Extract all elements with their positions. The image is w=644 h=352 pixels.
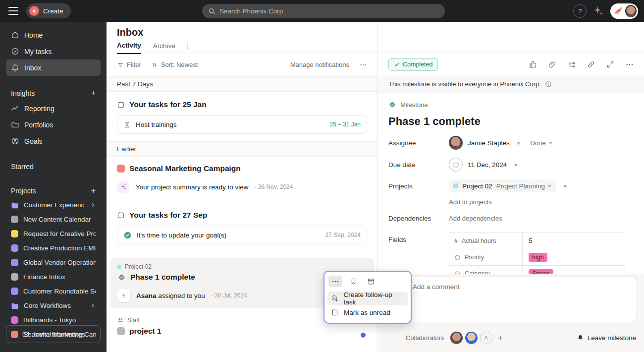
comment-placeholder: Add a comment [413,283,460,291]
archive-button[interactable] [364,276,378,287]
task-row-host-trainings[interactable]: Host trainings 25 – 31 Jan [117,115,367,134]
sidebar-item-my-tasks[interactable]: My tasks [6,43,101,59]
sidebar-item-portfolios[interactable]: Portfolios [6,117,101,133]
tab-activity[interactable]: Activity [117,42,141,54]
team-icon [117,317,124,324]
remove-due-date-icon[interactable]: × [514,161,518,169]
expand-icon[interactable] [606,60,615,69]
leave-milestone-button[interactable]: Leave milestone [577,334,636,342]
add-project-button[interactable]: + [91,186,96,195]
sidebar-item-reporting[interactable]: Reporting [6,100,101,117]
account-menu[interactable] [610,3,638,19]
home-icon [11,31,19,39]
ellipsis-icon [331,278,339,286]
attachment-icon[interactable] [548,60,557,69]
sidebar-project[interactable]: Request for Creative Pro... [6,227,101,241]
add-collaborator-button[interactable]: + [498,334,502,343]
project-folder-icon [11,201,19,209]
bookmark-button[interactable] [346,276,360,287]
follow-up-task-icon [331,294,338,302]
notification-tasks-27sep[interactable]: Your tasks for 27 Sep It's time to updat… [107,202,377,252]
create-button[interactable]: + Create [26,3,71,18]
add-to-projects-link[interactable]: Add to projects [449,198,492,206]
more-options-icon[interactable] [625,60,634,69]
add-collaborator-placeholder[interactable] [480,332,492,344]
task-row-update-goals[interactable]: It's time to update your goal(s) 27 Sep,… [117,226,367,244]
sort-button[interactable]: Sort: Newest [151,61,198,68]
ai-sparkle-icon[interactable] [593,5,604,16]
popup-more-button[interactable] [328,276,342,287]
feed-more-button[interactable] [359,61,367,69]
collaborator-avatar[interactable] [450,332,463,344]
notification-date: · 26 Nov, 2024 [255,183,293,190]
like-icon[interactable] [529,60,537,69]
help-button[interactable]: ? [573,4,587,18]
sidebar-item-home[interactable]: Home [6,27,101,43]
notification-tasks-25jan[interactable]: Your tasks for 25 Jan Host trainings 25 … [107,92,377,141]
remove-assignee-icon[interactable]: × [517,139,521,147]
due-date-calendar-icon[interactable] [449,158,463,172]
project-section-dropdown[interactable]: Project Planning [496,182,552,190]
filter-button[interactable]: Filter [117,61,141,68]
due-date-value[interactable]: 11 Dec, 2024 [468,161,507,169]
project-name: Project 02 [125,263,152,270]
info-icon[interactable] [545,81,552,88]
section-header-past-7-days: Past 7 Days [107,76,377,92]
add-dependencies-link[interactable]: Add dependencies [449,215,502,222]
assignee-label: Assignee [388,139,449,147]
sidebar-project[interactable]: Creative Production EMEA [6,241,101,255]
manage-notifications-button[interactable]: Manage notifications [290,61,349,68]
task-title[interactable]: Phase 1 complete [388,115,634,128]
project-color-icon [117,165,125,173]
priority-badge[interactable]: high [529,253,547,262]
field-value[interactable]: 5 [529,237,533,244]
field-row-priority[interactable]: Priority high [449,249,625,265]
project-color-icon [11,259,18,266]
sidebar-item-goals[interactable]: Goals [6,133,101,149]
sidebar-project[interactable]: Core Workflows [6,298,101,313]
check-icon [394,61,400,67]
sidebar-project[interactable]: Global Vendor Operations [6,255,101,270]
team-name: Staff [127,317,139,324]
project-color-icon [453,183,458,188]
link-icon[interactable] [587,60,595,69]
project-color-icon [11,316,18,324]
plus-icon: + [29,6,39,16]
notification-date: · 30 Jul, 2024 [211,292,247,299]
sidebar-section-projects: Projects + [6,184,101,198]
collaborator-avatar[interactable] [465,332,478,344]
collaborators-label: Collaborators [406,334,444,342]
sidebar-project[interactable]: Customer Experienc... [6,198,101,212]
chevron-right-icon [90,303,96,308]
add-insight-button[interactable]: + [91,89,96,98]
menu-item-mark-as-unread[interactable]: Mark as unread [327,305,408,319]
sidebar-section-starred[interactable]: Starred [6,160,101,174]
remove-project-icon[interactable]: × [563,182,567,190]
completed-button[interactable]: Completed [388,58,438,71]
project-pill[interactable]: Project 02 Project Planning [449,179,556,192]
automation-bolt-icon [117,289,130,302]
sidebar-project[interactable]: New Content Calendar [6,212,101,227]
bell-icon [11,63,19,72]
sidebar-item-inbox[interactable]: Inbox [6,59,101,76]
assignee-name[interactable]: Jamie Staples [468,139,510,147]
status-dropdown[interactable]: Done [530,139,553,147]
field-row-actual-hours[interactable]: # Actual hours 5 [449,233,625,249]
project-name: Project 02 [462,182,492,190]
hamburger-menu-icon[interactable] [8,7,18,15]
search-input[interactable]: Search Phoenix Corp [202,4,445,18]
notification-campaign[interactable]: Seasonal Marketing Campaign Your project… [107,157,377,202]
assignee-avatar[interactable] [449,136,463,150]
menu-item-create-follow-up-task[interactable]: Create follow-up task [327,292,408,305]
sidebar-project[interactable]: Finance Inbox [6,270,101,284]
bookmark-icon [350,278,357,285]
subtask-icon[interactable] [567,60,576,69]
sidebar-project[interactable]: Customer Roundtable Se... [6,284,101,298]
comment-input[interactable]: Add a comment [405,277,637,322]
invite-teammates-button[interactable]: Invite teammates [6,325,101,343]
task-date: 27 Sep, 2024 [325,232,361,238]
task-detail-panel: Completed This milestone is visible to e… [377,22,644,352]
phoenix-logo-icon [613,5,624,17]
tab-archive[interactable]: Archive [153,42,175,54]
search-placeholder: Search Phoenix Corp [219,7,283,15]
